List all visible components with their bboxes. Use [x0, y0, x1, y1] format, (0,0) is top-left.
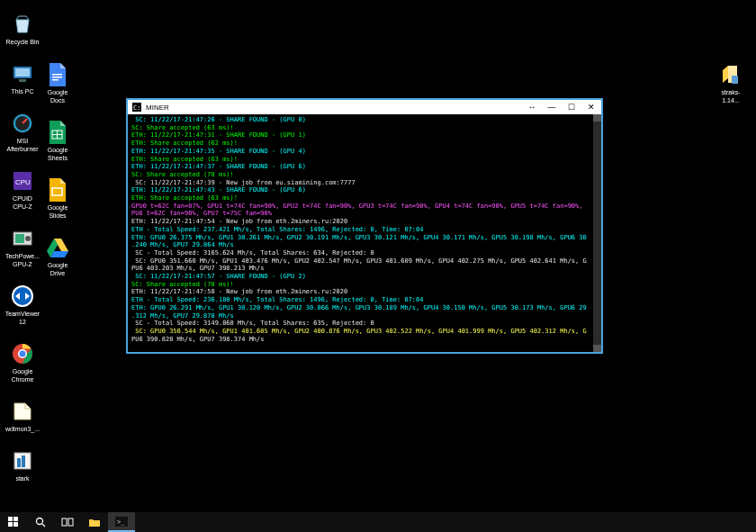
icon-label: TeamViewer 12: [4, 310, 40, 326]
svg-rect-30: [14, 522, 18, 527]
svg-rect-33: [62, 518, 67, 526]
wdtmon3-icon: [11, 400, 34, 423]
miner-window: C: MINER ↔ — ☐ ✕ SC: 11/22/17-21:47:26 -…: [126, 98, 603, 354]
svg-point-15: [20, 351, 26, 357]
svg-rect-8: [15, 234, 24, 243]
pin-icon[interactable]: ↔: [522, 100, 542, 114]
file-explorer-button[interactable]: [81, 512, 108, 532]
terminal-line: ETH: Share accepted (63 ms)!: [131, 156, 598, 164]
terminal-line: ETH: GPU0 26.291 Mh/s, GPU1 30.120 Mh/s,…: [131, 304, 598, 312]
terminal-line: SC - Total Speed: 3165.624 Mh/s, Total S…: [131, 249, 598, 257]
terminal-taskbar-button[interactable]: >_: [108, 512, 135, 532]
msi-afterburner-icon: [11, 112, 34, 135]
terminal-line: SC: Share accepted (78 ms)!: [131, 281, 598, 289]
terminal-line: .312 Mh/s, GPU7 29.878 Mh/s: [131, 312, 598, 320]
desktop-icon-techpowerup-gpu-z[interactable]: TechPowe... GPU-Z: [4, 227, 40, 268]
window-title: MINER: [146, 104, 522, 112]
icon-label: This PC: [12, 87, 34, 95]
svg-rect-1: [15, 68, 30, 77]
desktop-icon-cpuid-cpu-z[interactable]: CPUCPUID CPU-Z: [4, 169, 40, 211]
terminal-line: ETH: 11/22/17-21:47:31 - SHARE FOUND - (…: [131, 131, 598, 140]
terminal-line: ETH: Share accepted (63 ms)!: [131, 194, 598, 203]
terminal-line: ETH - Total Speed: 237.421 Mh/s, Total S…: [131, 226, 598, 234]
search-button[interactable]: [27, 512, 54, 532]
terminal-line: ETH: GPU0 26.375 Mh/s, GPU1 30.261 Mh/s,…: [131, 234, 598, 242]
taskbar: >_: [0, 512, 756, 532]
stark-icon: [11, 449, 34, 473]
terminal-line: ETH - Total Speed: 236.180 Mh/s, Total S…: [131, 296, 598, 304]
google-sheets-icon: [46, 121, 69, 144]
terminal-line: ETH: 11/22/17-21:47:35 - SHARE FOUND - (…: [131, 148, 598, 156]
icon-label: Google Docs: [40, 88, 76, 104]
scrollbar-up[interactable]: [593, 114, 601, 122]
desktop-icon-google-chrome[interactable]: Google Chrome: [4, 342, 40, 383]
icon-label: Google Slides: [40, 203, 76, 220]
svg-rect-2: [19, 79, 26, 82]
icon-label: wdtmon3_...: [5, 425, 40, 433]
terminal-line: PU6 403.203 Mh/s, GPU7 398.213 Mh/s: [131, 265, 598, 273]
svg-rect-28: [14, 517, 18, 521]
svg-rect-17: [52, 74, 62, 76]
maximize-button[interactable]: ☐: [562, 100, 581, 114]
icon-label: MSI Afterburner: [4, 137, 40, 153]
titlebar[interactable]: C: MINER ↔ — ☐ ✕: [128, 100, 601, 114]
google-drive-icon: [46, 236, 69, 259]
this-pc-icon: [11, 62, 34, 86]
desktop-icon-google-drive[interactable]: Google Drive: [40, 236, 76, 277]
google-chrome-icon: [11, 342, 34, 365]
icon-label: straks-1.14...: [713, 88, 749, 104]
terminal-line: SC: 11/22/17-21:47:26 - SHARE FOUND - (G…: [131, 116, 598, 124]
desktop[interactable]: Recycle BinThis PCMSI AfterburnerCPUCPUI…: [0, 0, 756, 532]
terminal-line: SC: Share accepted (63 ms)!: [131, 124, 598, 132]
desktop-icon-msi-afterburner[interactable]: MSI Afterburner: [4, 112, 40, 153]
icon-label: Google Drive: [40, 261, 76, 277]
terminal-line: PU6 390.828 Mh/s, GPU7 398.374 Mh/s: [131, 336, 598, 344]
close-button[interactable]: ✕: [581, 100, 601, 114]
desktop-icon-google-sheets[interactable]: Google Sheets: [40, 121, 76, 162]
desktop-icon-recycle-bin[interactable]: Recycle Bin: [4, 13, 40, 46]
svg-point-31: [37, 518, 43, 525]
icon-label: CPUID CPU-Z: [4, 194, 40, 211]
svg-point-9: [25, 236, 31, 241]
icon-label: Recycle Bin: [6, 38, 40, 46]
desktop-icon-wdtmon3[interactable]: wdtmon3_...: [4, 400, 40, 433]
techpowerup-gpu-z-icon: [11, 227, 34, 250]
terminal-line: ETH: 11/22/17-21:47:43 - SHARE FOUND - (…: [131, 186, 598, 194]
start-button[interactable]: [0, 512, 27, 532]
terminal-line: SC - Total Speed: 3149.060 Mh/s, Total S…: [131, 320, 598, 328]
svg-rect-19: [52, 79, 58, 81]
cpuid-cpu-z-icon: CPU: [11, 169, 34, 193]
terminal-line: GPU0 t=62C fan=87%, GPU1 t=74C fan=90%, …: [131, 203, 598, 211]
svg-rect-18: [52, 77, 62, 78]
google-slides-icon: [46, 178, 69, 202]
svg-rect-29: [8, 522, 13, 527]
svg-line-32: [42, 524, 45, 527]
icon-label: stark: [15, 474, 29, 482]
google-docs-icon: [46, 63, 69, 86]
scrollbar[interactable]: [593, 114, 601, 352]
scrollbar-down[interactable]: [593, 345, 601, 352]
straks-icon: [719, 63, 742, 86]
svg-rect-27: [8, 517, 13, 521]
terminal-line: ETH: Share accepted (62 ms)!: [131, 140, 598, 148]
terminal-line: ETH: 11/22/17-21:47:37 - SHARE FOUND - (…: [131, 163, 598, 171]
desktop-icon-straks[interactable]: straks-1.14...: [713, 63, 749, 104]
terminal-line: SC: 11/22/17-21:47:39 - New job from eu.…: [131, 179, 598, 187]
terminal-line: PU6 t=62C fan=90%, GPU7 t=75C fan=90%: [131, 210, 598, 218]
svg-text:CPU: CPU: [15, 178, 31, 186]
minimize-button[interactable]: —: [542, 100, 562, 114]
desktop-icon-google-docs[interactable]: Google Docs: [40, 63, 76, 104]
terminal-line: ETH: 11/22/17-21:47:58 - New job from et…: [131, 288, 598, 296]
terminal-line: SC: GPU0 350.544 Mh/s, GPU1 401.605 Mh/s…: [131, 328, 598, 336]
terminal-line: .240 Mh/s, GPU7 29.864 Mh/s: [131, 241, 598, 249]
desktop-icon-stark[interactable]: stark: [4, 449, 40, 482]
svg-rect-34: [68, 518, 73, 526]
recycle-bin-icon: [11, 13, 34, 36]
desktop-icon-google-slides[interactable]: Google Slides: [40, 178, 76, 220]
cmd-icon: C:: [130, 101, 143, 113]
desktop-icon-this-pc[interactable]: This PC: [4, 62, 40, 95]
icon-label: TechPowe... GPU-Z: [4, 252, 40, 268]
task-view-button[interactable]: [54, 512, 81, 532]
icon-label: Google Chrome: [4, 367, 40, 383]
desktop-icon-teamviewer[interactable]: TeamViewer 12: [4, 284, 40, 326]
